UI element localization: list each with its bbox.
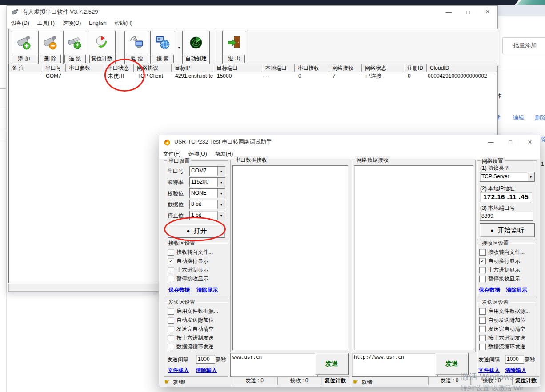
auto-clear-checkbox[interactable]: 发送完自动清空: [168, 325, 214, 333]
cell-local-port: --: [262, 72, 295, 80]
serial-recv-settings-group: 接收区设置 接收转向文件... ✓自动换行显示 十六进制显示 暂停接收显示 保存…: [164, 243, 228, 298]
reset-count-button[interactable]: 复位计数: [88, 31, 116, 64]
hex-send-checkbox[interactable]: 按十六进制发送: [479, 334, 525, 342]
menu-device[interactable]: 设备(D): [11, 20, 29, 27]
recv-to-file-checkbox[interactable]: 接收转向文件...: [479, 248, 525, 256]
loop-send-checkbox[interactable]: 数据流循环发送: [479, 343, 525, 351]
menu-help[interactable]: 帮助(H): [115, 20, 133, 27]
menu-file[interactable]: 文件(F): [163, 150, 180, 158]
pause-recv-checkbox[interactable]: 暂停接收显示: [168, 275, 208, 283]
save-data-link[interactable]: 保存数据: [479, 286, 500, 294]
clear-input-link[interactable]: 清除输入: [196, 367, 217, 374]
serial-send-input[interactable]: www.usr.cn: [230, 353, 318, 377]
partial-delete-link[interactable]: 除: [541, 136, 545, 144]
chevron-down-icon[interactable]: ▼: [217, 200, 225, 209]
net-recv-settings-group: 接收区设置 接收转向文件... ✓自动换行显示 十六进制显示 暂停接收显示 保存…: [477, 243, 537, 298]
col-port-params[interactable]: 串口参数: [66, 64, 104, 72]
batch-add-button[interactable]: 批量添加: [502, 37, 545, 54]
hex-send-checkbox[interactable]: 按十六进制发送: [168, 334, 214, 342]
net-recv-textarea[interactable]: [354, 165, 473, 350]
auto-clear-checkbox[interactable]: 发送完自动清空: [479, 325, 525, 333]
serial-reset-count-button[interactable]: 复位计数: [321, 376, 349, 385]
search-button[interactable]: 搜 索: [150, 31, 175, 64]
chevron-down-icon[interactable]: ▼: [217, 167, 225, 176]
col-local-port[interactable]: 本地端口: [262, 64, 295, 72]
col-serial-recv[interactable]: 串口接收: [295, 64, 329, 72]
checkbox-label: 按十六进制发送: [488, 334, 525, 342]
minimize-icon[interactable]: —: [481, 139, 501, 145]
net-send-input[interactable]: http://www.usr.cn: [352, 353, 438, 377]
chevron-down-icon[interactable]: ▼: [217, 178, 225, 187]
search-dropdown-arrow[interactable]: ▼: [176, 31, 182, 64]
clear-display-link[interactable]: 清除显示: [506, 286, 527, 294]
chevron-down-icon[interactable]: ▼: [527, 172, 534, 181]
port-select[interactable]: COM7 ▼: [189, 166, 225, 176]
net-reset-count-button[interactable]: 复位计数: [513, 376, 539, 385]
connect-button[interactable]: 连 接: [63, 31, 87, 64]
minimize-icon[interactable]: —: [439, 9, 458, 16]
pause-recv-checkbox[interactable]: 暂停接收显示: [479, 275, 520, 283]
start-listen-button[interactable]: ● 开始监听: [480, 223, 535, 237]
auto-newline-checkbox[interactable]: ✓自动换行显示: [479, 257, 520, 265]
chevron-down-icon[interactable]: ▼: [217, 211, 225, 220]
auto-newline-checkbox[interactable]: ✓自动换行显示: [168, 257, 208, 265]
col-target-port[interactable]: 目标端口: [213, 64, 262, 72]
databits-select[interactable]: 8 bit ▼: [189, 200, 225, 209]
parity-select[interactable]: NONE ▼: [189, 188, 225, 198]
load-file-link[interactable]: 文件载入: [478, 367, 500, 374]
hex-display-checkbox[interactable]: 十六进制显示: [168, 266, 208, 274]
net-send-button[interactable]: 发送: [435, 353, 469, 375]
col-cloud-id[interactable]: CloudID: [427, 64, 497, 72]
menu-tools[interactable]: 工具(T): [37, 20, 55, 27]
cell-port: COM7: [42, 72, 66, 80]
baud-select[interactable]: 115200 ▼: [189, 177, 225, 187]
port-label: 串口号: [168, 168, 184, 175]
serial-settings-title: 串口设置: [167, 157, 191, 165]
chevron-down-icon[interactable]: ▼: [217, 189, 225, 198]
maximize-icon[interactable]: □: [501, 139, 520, 145]
menu-english[interactable]: English: [89, 20, 106, 26]
loop-send-checkbox[interactable]: 数据流循环发送: [168, 343, 214, 351]
col-port[interactable]: 串口号: [42, 64, 66, 72]
hex-display-checkbox[interactable]: 十六进制显示: [479, 266, 520, 274]
menu-options[interactable]: 选项(O): [63, 20, 81, 27]
serial-recv-textarea[interactable]: [232, 165, 348, 350]
interval-input[interactable]: 1000: [196, 355, 215, 364]
checkbox-label: 数据流循环发送: [176, 343, 214, 351]
col-reg-id[interactable]: 注册ID: [404, 64, 427, 72]
network-settings-title: 网络设置: [481, 157, 505, 165]
interval-input[interactable]: 1000: [505, 355, 524, 364]
add-port-button[interactable]: 添 加: [11, 31, 37, 64]
menu-help[interactable]: 帮助(H): [215, 150, 233, 158]
clear-display-link[interactable]: 清除显示: [196, 286, 218, 294]
local-port-input[interactable]: 8899: [480, 212, 533, 221]
col-net-status[interactable]: 网络状态: [362, 64, 404, 72]
delete-port-button[interactable]: 删 除: [38, 31, 62, 64]
auto-create-button[interactable]: 自动创建: [182, 31, 210, 64]
maximize-icon[interactable]: □: [458, 9, 478, 16]
file-source-checkbox[interactable]: 启用文件数据源...: [168, 308, 218, 315]
serial-send-button[interactable]: 发送: [315, 353, 349, 375]
auto-append-checkbox[interactable]: 自动发送附加位: [479, 316, 525, 324]
table-row[interactable]: COM7 未使用 TCP Client 4291.cnsh.iot-tc... …: [9, 72, 497, 80]
menu-options[interactable]: 选项(O): [188, 150, 207, 158]
col-net-recv[interactable]: 网络接收: [329, 64, 362, 72]
send-settings-title: 发送区设置: [481, 299, 510, 306]
add-port-icon: [11, 31, 37, 54]
exit-button[interactable]: 退 出: [222, 31, 246, 64]
file-source-checkbox[interactable]: 启用文件数据源...: [479, 308, 530, 315]
clear-input-link[interactable]: 清除输入: [505, 367, 526, 374]
serial-recv-title: 串口数据接收: [234, 156, 268, 164]
close-icon[interactable]: ×: [478, 8, 497, 16]
save-data-link[interactable]: 保存数据: [168, 286, 190, 294]
edit-link[interactable]: 编辑: [513, 114, 524, 122]
auto-append-checkbox[interactable]: 自动发送附加位: [168, 316, 214, 324]
recv-to-file-checkbox[interactable]: 接收转向文件...: [168, 248, 213, 256]
load-file-link[interactable]: 文件载入: [168, 367, 189, 374]
protocol-select[interactable]: TCP Server ▼: [480, 172, 535, 182]
close-icon[interactable]: ×: [520, 138, 540, 146]
col-target-ip[interactable]: 目标IP: [172, 64, 213, 72]
col-remark[interactable]: 备 注: [9, 64, 42, 72]
local-ip-input[interactable]: 172.16 .11 .45: [480, 192, 532, 202]
delete-link[interactable]: 删除: [535, 114, 545, 122]
